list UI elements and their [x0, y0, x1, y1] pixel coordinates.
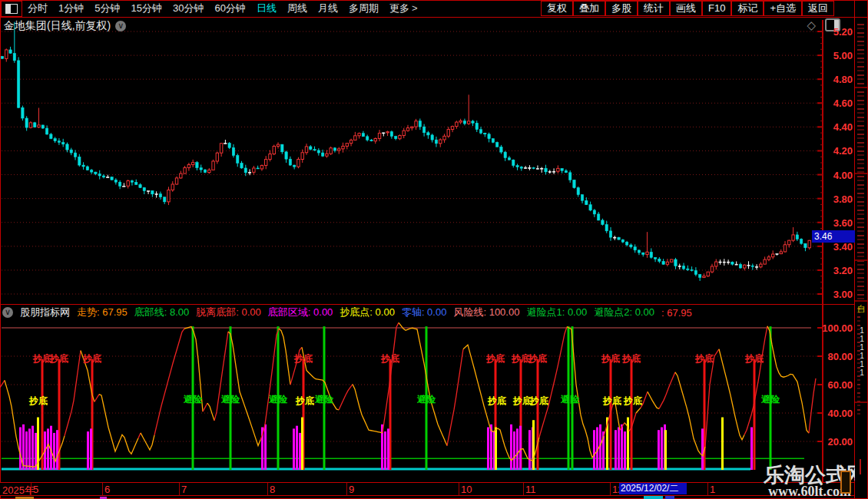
- buy-signal-label-yellow: 抄底: [530, 395, 548, 408]
- buy-signal-label-yellow: 抄底: [603, 395, 621, 408]
- chart-graphics: [0, 0, 868, 499]
- month-label-10: 10: [461, 484, 472, 495]
- indicator-tick-80.00: 80.00: [813, 351, 853, 362]
- stock-title: 金地集团(日线,前复权): [4, 19, 111, 33]
- toolbar-button-+自选[interactable]: +自选: [764, 1, 802, 16]
- price-tick-4.00: 4.00: [813, 170, 853, 181]
- param-底部区域: 底部区域: 0.00: [268, 306, 333, 319]
- month-separator: [523, 483, 524, 495]
- tab-period-月线[interactable]: 月线: [318, 2, 338, 15]
- param-脱离底部: 脱离底部: 0.00: [196, 306, 261, 319]
- expand-button[interactable]: [840, 471, 851, 494]
- price-tick-3.00: 3.00: [813, 289, 853, 300]
- avoid-signal-label: 避险: [269, 393, 287, 406]
- price-tick-5.20: 5.20: [813, 26, 853, 38]
- tab-period-多周期[interactable]: 多周期: [349, 2, 379, 15]
- strip-text-column: [857, 24, 864, 300]
- avoid-signal-label: 避险: [315, 393, 333, 406]
- month-label-5: 5: [33, 484, 38, 495]
- toolbar-button-多股[interactable]: 多股: [605, 1, 638, 16]
- tab-period-分时[interactable]: 分时: [28, 2, 48, 15]
- indicator-line-layer: [0, 322, 816, 467]
- toolbar-button-F10[interactable]: F10: [702, 1, 731, 16]
- price-tick-5.00: 5.00: [813, 50, 853, 61]
- buy-signal-label: 抄底: [601, 352, 620, 365]
- layout-toggle-button[interactable]: [1, 1, 22, 17]
- toolbar-buttons: 复权叠加多股统计画线F10标记+自选返回: [541, 0, 834, 17]
- month-separator: [346, 483, 347, 495]
- param-风险线: 风险线: 100.00: [453, 306, 519, 319]
- cutoff-fragment: [665, 496, 674, 499]
- price-tick-3.20: 3.20: [813, 265, 853, 276]
- cutoff-fragment: [644, 496, 663, 499]
- toolbar-button-返回[interactable]: 返回: [802, 1, 834, 16]
- strip-glyph: 自: [857, 303, 866, 315]
- right-side-strip: 自 111111: [855, 18, 867, 498]
- tab-period-1分钟[interactable]: 1分钟: [58, 2, 84, 15]
- buy-signal-label: 抄底: [528, 352, 547, 365]
- month-separator: [102, 483, 103, 495]
- indicator-current-value: : 67.95: [661, 307, 692, 319]
- buy-signal-label: 抄底: [294, 352, 313, 365]
- price-tick-3.60: 3.60: [813, 217, 853, 229]
- month-label-11: 11: [525, 484, 536, 495]
- current-date-badge: 2025/12/02/二: [619, 483, 687, 494]
- param-避险点2: 避险点2: 0.00: [594, 306, 654, 319]
- avoid-signal-label: 避险: [221, 393, 240, 406]
- period-tabs: 分时1分钟5分钟15分钟30分钟60分钟日线周线月线多周期更多>: [28, 0, 417, 17]
- month-separator: [267, 483, 268, 495]
- param-零轴: 零轴: 0.00: [402, 306, 447, 319]
- buy-signal-label-yellow: 抄底: [488, 395, 506, 408]
- tab-period-更多[interactable]: 更多>: [389, 2, 418, 15]
- toolbar-button-统计[interactable]: 统计: [638, 1, 670, 16]
- avoid-signal-label: 避险: [761, 393, 780, 406]
- indicator-tick-40.00: 40.00: [813, 408, 853, 419]
- chart-title-row: 金地集团(日线,前复权) ∨: [4, 19, 126, 33]
- month-label-9: 9: [349, 484, 354, 495]
- indicator-tick-60.00: 60.00: [813, 379, 853, 391]
- collapse-chevron-icon[interactable]: ∨: [2, 307, 13, 318]
- indicator-params: 走势: 67.95底部线: 8.00脱离底部: 0.00底部区域: 0.00抄底…: [77, 306, 654, 319]
- month-separator: [459, 483, 459, 495]
- chevron-down-icon[interactable]: ∨: [115, 21, 126, 31]
- price-tick-4.60: 4.60: [813, 97, 853, 109]
- last-price-badge: 3.46: [812, 230, 856, 243]
- tab-period-30分钟[interactable]: 30分钟: [173, 2, 204, 15]
- buy-signal-label: 抄底: [486, 352, 505, 365]
- buy-signal-label-yellow: 抄底: [624, 395, 642, 408]
- price-tick-4.80: 4.80: [813, 74, 853, 85]
- buy-signal-label: 抄底: [695, 352, 714, 365]
- tab-period-15分钟[interactable]: 15分钟: [131, 2, 161, 15]
- price-tick-4.40: 4.40: [813, 121, 853, 133]
- toolbar-button-复权[interactable]: 复权: [541, 1, 573, 16]
- tab-period-周线[interactable]: 周线: [287, 2, 307, 15]
- avoid-signal-label: 避险: [561, 393, 579, 406]
- buy-signal-label-yellow: 抄底: [29, 395, 48, 408]
- buy-signal-label: 抄底: [381, 352, 399, 365]
- toolbar-button-标记[interactable]: 标记: [731, 1, 764, 16]
- tdx-trading-app: { "window": { "title": "金地集团(日线,前复权)" },…: [0, 0, 868, 499]
- tab-period-日线[interactable]: 日线: [257, 2, 277, 15]
- top-toolbar: 分时1分钟5分钟15分钟30分钟60分钟日线周线月线多周期更多> 复权叠加多股统…: [0, 0, 853, 17]
- tab-period-60分钟[interactable]: 60分钟: [214, 2, 245, 15]
- strip-digits: 111111: [859, 326, 865, 377]
- more-chevron-icon: >: [412, 2, 418, 14]
- price-tick-3.40: 3.40: [813, 241, 853, 253]
- param-底部线: 底部线: 8.00: [134, 306, 190, 319]
- split-pane-icon: [5, 4, 18, 14]
- buy-signal-label: 抄底: [50, 352, 68, 365]
- avoid-signal-label: 避险: [417, 393, 436, 406]
- month-label-1: 1: [710, 484, 715, 495]
- buy-signal-label: 抄底: [33, 352, 51, 365]
- watermark-url: www.60lt.com: [768, 484, 851, 499]
- buy-signal-label: 抄底: [83, 352, 101, 365]
- buy-signal-label: 抄底: [745, 352, 764, 365]
- toolbar-button-叠加[interactable]: 叠加: [573, 1, 605, 16]
- time-axis: 2025年 567891011121 2025/12/02/二: [0, 483, 854, 495]
- tab-period-5分钟[interactable]: 5分钟: [94, 2, 120, 15]
- param-走势: 走势: 67.95: [77, 306, 128, 319]
- month-separator: [707, 483, 708, 495]
- month-label-6: 6: [104, 484, 110, 495]
- toolbar-button-画线[interactable]: 画线: [670, 1, 702, 16]
- month-label-8: 8: [270, 484, 275, 495]
